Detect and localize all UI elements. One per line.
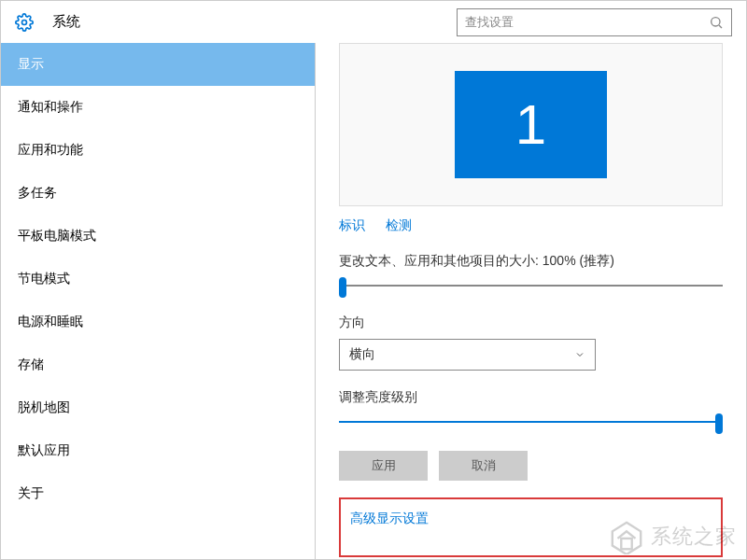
scaling-slider[interactable] — [339, 277, 723, 296]
main-panel: 1 标识 检测 更改文本、应用和其他项目的大小: 100% (推荐) 方向 横向… — [316, 43, 746, 559]
sidebar-item-9[interactable]: 默认应用 — [1, 429, 315, 472]
sidebar-item-3[interactable]: 多任务 — [1, 172, 315, 215]
highlighted-box: 高级显示设置 — [339, 497, 723, 557]
sidebar-item-6[interactable]: 电源和睡眠 — [1, 301, 315, 343]
apply-button[interactable]: 应用 — [339, 451, 428, 481]
chevron-down-icon — [574, 349, 585, 360]
sidebar-item-5[interactable]: 节电模式 — [1, 258, 315, 301]
identify-link[interactable]: 标识 — [339, 217, 365, 232]
search-icon — [709, 15, 724, 30]
svg-point-1 — [712, 17, 720, 25]
sidebar-item-1[interactable]: 通知和操作 — [1, 86, 315, 129]
svg-line-2 — [719, 25, 722, 28]
sidebar-item-2[interactable]: 应用和功能 — [1, 129, 315, 172]
orientation-select[interactable]: 横向 — [339, 339, 596, 371]
svg-point-0 — [22, 20, 27, 24]
cancel-button[interactable]: 取消 — [439, 451, 528, 481]
search-input[interactable]: 查找设置 — [457, 8, 732, 36]
brightness-slider[interactable] — [339, 413, 723, 432]
monitor-preview: 1 — [339, 43, 723, 206]
sidebar-item-8[interactable]: 脱机地图 — [1, 386, 315, 429]
sidebar: 显示通知和操作应用和功能多任务平板电脑模式节电模式电源和睡眠存储脱机地图默认应用… — [1, 43, 316, 559]
orientation-value: 横向 — [349, 346, 574, 363]
sidebar-item-4[interactable]: 平板电脑模式 — [1, 215, 315, 258]
gear-icon — [15, 13, 34, 32]
sidebar-item-7[interactable]: 存储 — [1, 343, 315, 386]
orientation-label: 方向 — [339, 315, 723, 331]
search-placeholder: 查找设置 — [465, 14, 709, 31]
brightness-label: 调整亮度级别 — [339, 389, 723, 406]
sidebar-item-10[interactable]: 关于 — [1, 472, 315, 515]
monitor-1[interactable]: 1 — [455, 71, 607, 178]
sidebar-item-0[interactable]: 显示 — [1, 43, 315, 86]
detect-link[interactable]: 检测 — [386, 217, 412, 232]
scaling-label: 更改文本、应用和其他项目的大小: 100% (推荐) — [339, 253, 723, 270]
page-title: 系统 — [52, 13, 80, 31]
advanced-display-link[interactable]: 高级显示设置 — [350, 511, 429, 525]
